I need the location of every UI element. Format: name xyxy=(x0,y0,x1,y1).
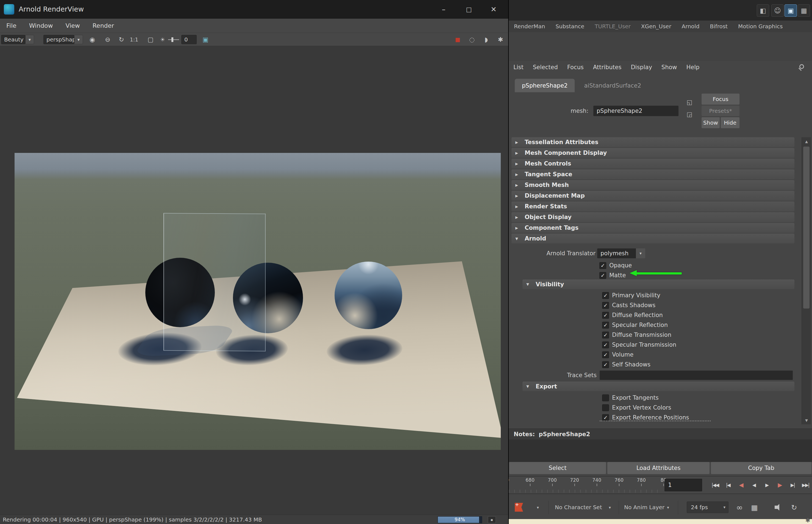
debug-shading-icon[interactable]: ▣ xyxy=(200,35,211,44)
maximize-button[interactable]: □ xyxy=(460,0,478,19)
section-header[interactable]: ▶ Render Stats xyxy=(511,201,794,211)
bookmark-icon[interactable] xyxy=(515,503,523,512)
show-button[interactable]: Show xyxy=(702,117,720,128)
menu-item[interactable]: File xyxy=(0,19,23,33)
attribute-editor-menu-item[interactable]: Show xyxy=(657,64,682,70)
scroll-up-icon[interactable]: ▲ xyxy=(802,137,811,146)
render-region-icon[interactable]: ▢ xyxy=(145,35,156,44)
exposure-icon[interactable]: ☀ xyxy=(157,35,168,44)
section-header-arnold[interactable]: ▼ Arnold xyxy=(511,234,794,244)
isolate-selected-icon[interactable]: ◌ xyxy=(466,35,477,44)
playback-button[interactable]: ▶▶| xyxy=(799,477,812,493)
notes-text-area[interactable] xyxy=(509,440,812,462)
arnold-toggle-row[interactable]: Matte xyxy=(600,271,632,280)
snapshot-icon[interactable]: ◉ xyxy=(87,35,98,44)
attribute-editor-menu-item[interactable]: Attributes xyxy=(588,64,626,70)
modeling-toolkit-icon[interactable]: ◧ xyxy=(757,4,769,17)
preferences-gear-icon[interactable]: ✱ xyxy=(806,517,810,524)
input-connections-icon[interactable]: ◱ xyxy=(685,98,695,107)
close-button[interactable]: ✕ xyxy=(484,0,503,19)
render-settings-gear-icon[interactable]: ✱ xyxy=(495,35,506,44)
checkbox[interactable] xyxy=(602,331,609,339)
arnold-toggle-row[interactable]: Opaque xyxy=(600,261,632,271)
anim-layer-dropdown-icon[interactable]: ▾ xyxy=(663,496,673,519)
stop-render-icon[interactable]: ■ xyxy=(452,35,463,44)
attribute-editor-menu-item[interactable]: Help xyxy=(682,64,704,70)
playback-button[interactable]: |◀◀ xyxy=(709,477,722,493)
playback-button[interactable]: ▶| xyxy=(786,477,799,493)
attribute-scrollbar[interactable]: ▲ ▼ xyxy=(801,137,811,424)
section-header[interactable]: ▶ Tessellation Attributes xyxy=(511,137,794,147)
visibility-checkbox-row[interactable]: Self Shadows xyxy=(602,360,676,370)
ratio-1-1-button[interactable]: 1:1 xyxy=(129,35,140,44)
visibility-checkbox-row[interactable]: Diffuse Reflection xyxy=(602,310,676,320)
output-connections-icon[interactable]: ◲ xyxy=(685,110,695,118)
attribute-editor-tab[interactable]: aiStandardSurface2 xyxy=(577,79,648,92)
current-frame-field[interactable]: 1 xyxy=(665,479,702,491)
checkbox[interactable] xyxy=(602,302,609,309)
visibility-section-header[interactable]: ▼ Visibility xyxy=(523,279,794,289)
refresh-render-icon[interactable]: ↻ xyxy=(116,35,127,44)
aov-dropdown-arrow-icon[interactable]: ▾ xyxy=(25,35,34,44)
frame-snap-icon[interactable]: ▦ xyxy=(751,496,758,519)
menu-item[interactable]: Render xyxy=(86,19,120,33)
playback-button[interactable]: ▶ xyxy=(760,477,773,493)
render-viewport[interactable] xyxy=(0,46,508,515)
shelf-tab[interactable]: Motion Graphics xyxy=(733,21,788,32)
focus-button[interactable]: Focus xyxy=(702,94,739,104)
export-section-header[interactable]: ▼ Export xyxy=(523,381,794,391)
exposure-value-field[interactable]: 0 xyxy=(181,35,197,44)
visibility-checkbox-row[interactable]: Volume xyxy=(602,350,676,360)
exposure-slider-handle[interactable] xyxy=(171,37,173,42)
menu-item[interactable]: View xyxy=(59,19,86,33)
hide-button[interactable]: Hide xyxy=(721,117,739,128)
checkbox[interactable] xyxy=(602,394,609,401)
visibility-checkbox-row[interactable]: Diffuse Transmission xyxy=(602,330,676,340)
checkbox[interactable] xyxy=(602,322,609,329)
shelf-tab[interactable]: RenderMan xyxy=(509,21,550,32)
playback-button[interactable]: ◀ xyxy=(734,477,747,493)
attribute-editor-menu-item[interactable]: Focus xyxy=(562,64,588,70)
section-header[interactable]: ▶ Mesh Component Display xyxy=(511,148,794,158)
bookmark-dropdown-icon[interactable]: ▾ xyxy=(532,496,543,519)
camera-dropdown-arrow-icon[interactable]: ▾ xyxy=(74,35,83,44)
checkbox[interactable] xyxy=(600,262,606,269)
character-controls-icon[interactable]: ☺ xyxy=(771,4,784,17)
character-set-dropdown-icon[interactable]: ▾ xyxy=(604,496,615,519)
trace-sets-field[interactable] xyxy=(600,371,793,380)
select-button[interactable]: Select xyxy=(509,462,606,474)
menu-item[interactable]: Window xyxy=(23,19,59,33)
exposure-slider[interactable] xyxy=(168,39,179,40)
section-header[interactable]: ▶ Mesh Controls xyxy=(511,159,794,168)
checkbox[interactable] xyxy=(600,272,606,279)
section-header[interactable]: ▶ Object Display xyxy=(511,212,794,222)
shelf-tab[interactable]: Arnold xyxy=(676,21,705,32)
scroll-down-icon[interactable]: ▼ xyxy=(802,416,811,424)
shelf-tab[interactable]: TURTLE_User xyxy=(589,21,636,32)
shelf-tab[interactable]: Substance xyxy=(550,21,589,32)
visibility-checkbox-row[interactable]: Specular Transmission xyxy=(602,340,676,350)
load-attributes-button[interactable]: Load Attributes xyxy=(607,462,710,474)
checkbox[interactable] xyxy=(602,351,609,358)
camera-select[interactable]: perspShape xyxy=(43,35,74,44)
visibility-checkbox-row[interactable]: Specular Reflection xyxy=(602,320,676,330)
anim-layer-select[interactable]: No Anim Layer xyxy=(624,496,665,519)
playback-button[interactable]: ◀ xyxy=(747,477,760,493)
attribute-editor-menu-item[interactable]: Selected xyxy=(528,64,562,70)
playback-loop-icon[interactable]: ∞ xyxy=(736,496,743,519)
pin-icon[interactable] xyxy=(798,64,805,71)
export-checkbox-row[interactable]: Export Tangents xyxy=(602,393,689,403)
attribute-editor-icon[interactable]: ▣ xyxy=(784,4,797,17)
scrollbar-thumb[interactable] xyxy=(803,147,810,309)
channel-box-icon[interactable]: ▦ xyxy=(798,4,810,17)
auto-keyframe-icon[interactable]: ↻ xyxy=(791,496,797,519)
mesh-name-field[interactable]: pSphereShape2 xyxy=(593,106,679,116)
export-checkbox-row[interactable]: Export Vertex Colors xyxy=(602,403,689,412)
shelf-tab[interactable]: XGen_User xyxy=(636,21,676,32)
aov-select[interactable]: Beauty xyxy=(1,35,25,44)
section-header[interactable]: ▶ Component Tags xyxy=(511,223,794,233)
translator-dropdown-arrow-icon[interactable]: ▾ xyxy=(636,248,645,258)
character-set-select[interactable]: No Character Set xyxy=(555,496,602,519)
visibility-checkbox-row[interactable]: Primary Visibility xyxy=(602,290,676,300)
section-header[interactable]: ▶ Tangent Space xyxy=(511,169,794,179)
